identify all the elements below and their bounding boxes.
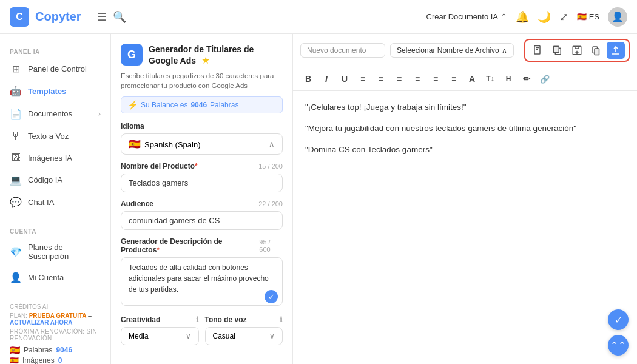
float-check-btn[interactable]: ✓ [608, 309, 629, 330]
actualizar-link[interactable]: ACTUALIZAR AHORA [10, 319, 73, 326]
select-archivo[interactable]: Seleecionar Nombre de Archivo ∧ [390, 43, 514, 58]
prueba-gratuita-link[interactable]: PRUEBA GRATUITA [29, 312, 87, 319]
chevron-down-creatividad-icon: ∨ [186, 332, 191, 340]
sidebar-item-label: Código IA [28, 175, 62, 184]
doc-name-box[interactable]: Nuevo documento [300, 43, 385, 58]
sidebar-item-texto-a-voz[interactable]: 🎙 Texto a Voz [0, 125, 110, 147]
tono-label: Tono de voz ℹ [205, 315, 283, 324]
sidebar-item-codigo-ia[interactable]: 💻 Código IA [0, 169, 110, 191]
desc-textarea[interactable]: Teclados de alta calidad con botones adi… [121, 257, 283, 306]
sidebar-item-mi-cuenta[interactable]: 👤 Mi Cuenta [0, 266, 110, 289]
list-ordered-btn[interactable]: ≡ [428, 71, 443, 87]
tono-info-icon: ℹ [280, 315, 283, 324]
align-right-btn[interactable]: ≡ [391, 71, 407, 87]
sidebar-item-templates[interactable]: 🤖 Templates [0, 80, 110, 103]
generator-desc: Escribe titulares pegadizos de 30 caract… [121, 71, 283, 90]
user-icon: 👤 [10, 272, 22, 283]
float-buttons: ✓ ⌃⌃ [608, 309, 629, 356]
italic-btn[interactable]: I [318, 71, 334, 87]
toolbar-icon-group [524, 39, 630, 62]
imagenes-row: 🇪🇸 Imágenes 0 [10, 356, 101, 364]
sidebar: PANEL IA ⊞ Panel de Control 🤖 Templates … [0, 34, 111, 364]
list-unordered-btn[interactable]: ≡ [446, 71, 462, 87]
language-flag[interactable]: 🇪🇸 ES [577, 12, 599, 21]
audience-counter: 22 / 200 [258, 200, 283, 207]
creatividad-field: Creatividad ℹ Media ∨ [121, 315, 199, 345]
chevron-up-archivo-icon: ∧ [502, 46, 507, 55]
moon-icon[interactable]: 🌙 [538, 10, 551, 24]
imagenes-value: 0 [58, 356, 62, 364]
producto-counter: 15 / 200 [258, 163, 283, 170]
logo-text: Copyter [35, 10, 81, 24]
export-doc-btn[interactable] [607, 42, 625, 59]
creatividad-value: Media [129, 332, 149, 340]
producto-input[interactable] [121, 174, 283, 192]
fullscreen-icon[interactable]: ⤢ [559, 10, 568, 24]
spain-flag-icon: 🇪🇸 [129, 139, 141, 149]
idioma-value: Spanish (Spain) [144, 140, 201, 149]
plan-label: PLAN: PRUEBA GRATUITA – ACTUALIZAR AHORA [10, 312, 101, 326]
avatar[interactable]: 👤 [608, 7, 627, 27]
star-icon: ★ [201, 55, 210, 66]
image-icon: 🖼 [10, 152, 22, 163]
align-center-btn[interactable]: ≡ [373, 71, 389, 87]
underline-btn[interactable]: U [337, 71, 352, 87]
credits-section: CRÉDITOS AI PLAN: PRUEBA GRATUITA – ACTU… [0, 298, 110, 364]
imagenes-label: Imágenes [22, 356, 55, 364]
font-size-btn[interactable]: T↕ [482, 71, 498, 87]
save-doc-btn[interactable] [568, 42, 586, 59]
align-justify-btn[interactable]: ≡ [410, 71, 425, 87]
sidebar-item-label: Texto a Voz [28, 132, 69, 141]
editor-content[interactable]: "¡Celulares top! ¡Juega y trabaja sin lí… [293, 91, 637, 364]
font-color-btn[interactable]: A [464, 71, 480, 87]
bell-icon[interactable]: 🔔 [516, 10, 529, 24]
code-icon: 💻 [10, 174, 22, 186]
link-btn[interactable]: 🔗 [537, 71, 553, 87]
align-left-btn[interactable]: ≡ [355, 71, 371, 87]
audience-input[interactable] [121, 211, 283, 230]
creatividad-select[interactable]: Media ∨ [121, 327, 199, 345]
new-doc-btn[interactable] [529, 42, 547, 59]
pen-btn[interactable]: ✏ [519, 71, 534, 87]
sidebar-item-imagenes-ia[interactable]: 🖼 Imágenes IA [0, 147, 110, 169]
sidebar-item-planes[interactable]: 💎 Planes de Suscripción [0, 237, 110, 266]
chevron-down-icon: ∧ [269, 140, 275, 149]
balance-text: Su Balance es [141, 101, 187, 109]
editor-panel: Nuevo documento Seleecionar Nombre de Ar… [293, 34, 637, 364]
idioma-label: Idioma [121, 122, 283, 130]
creatividad-info-icon: ℹ [196, 315, 199, 324]
main-content: G Generador de Titulares de Google Ads ★… [111, 34, 637, 364]
document-icon: 📄 [10, 108, 22, 120]
sidebar-item-panel-control[interactable]: ⊞ Panel de Control [0, 58, 110, 80]
audience-label: Audience 22 / 200 [121, 200, 283, 208]
duplicate-doc-btn[interactable] [587, 42, 605, 59]
sidebar-item-documentos[interactable]: 📄 Documentos › [0, 103, 110, 125]
header-right: Crear Documento IA ⌃ 🔔 🌙 ⤢ 🇪🇸 ES 👤 [426, 7, 627, 27]
tono-select[interactable]: Casual ∨ [205, 327, 283, 345]
imagenes-flag-icon: 🇪🇸 [10, 356, 19, 364]
palabras-label: Palabras [24, 346, 52, 354]
chevron-up-icon: ⌃ [500, 12, 507, 21]
float-scroll-up-btn[interactable]: ⌃⌃ [608, 335, 629, 356]
select-archivo-label: Seleecionar Nombre de Archivo [397, 46, 499, 55]
renovacion-text: PRÓXIMA RENOVACIÓN: SIN RENOVACIÓN [10, 328, 101, 342]
tono-field: Tono de voz ℹ Casual ∨ [205, 315, 283, 345]
sidebar-item-label: Chat IA [28, 198, 54, 207]
chevron-right-icon: › [98, 110, 101, 118]
palabras-flag-icon: 🇪🇸 [10, 345, 20, 355]
sidebar-item-chat-ia[interactable]: 💬 Chat IA [0, 191, 110, 214]
crear-documento-btn[interactable]: Crear Documento IA ⌃ [426, 12, 508, 21]
copy-doc-btn[interactable] [548, 42, 567, 59]
main-layout: PANEL IA ⊞ Panel de Control 🤖 Templates … [0, 34, 637, 364]
bold-btn[interactable]: B [300, 71, 316, 87]
templates-icon: 🤖 [10, 86, 22, 97]
editor-format-bar: B I U ≡ ≡ ≡ ≡ ≡ ≡ A T↕ H ✏ 🔗 [293, 67, 637, 91]
desc-counter: 95 / 600 [259, 238, 283, 253]
grid-icon: ⊞ [10, 63, 22, 75]
search-icon[interactable]: 🔍 [113, 10, 126, 24]
chat-icon: 💬 [10, 197, 22, 208]
balance-badge: ⚡ Su Balance es 9046 Palabras [121, 96, 283, 113]
idioma-select[interactable]: 🇪🇸Spanish (Spain) ∧ [121, 133, 283, 155]
heading-btn[interactable]: H [500, 71, 516, 87]
hamburger-icon[interactable]: ☰ [97, 10, 107, 24]
